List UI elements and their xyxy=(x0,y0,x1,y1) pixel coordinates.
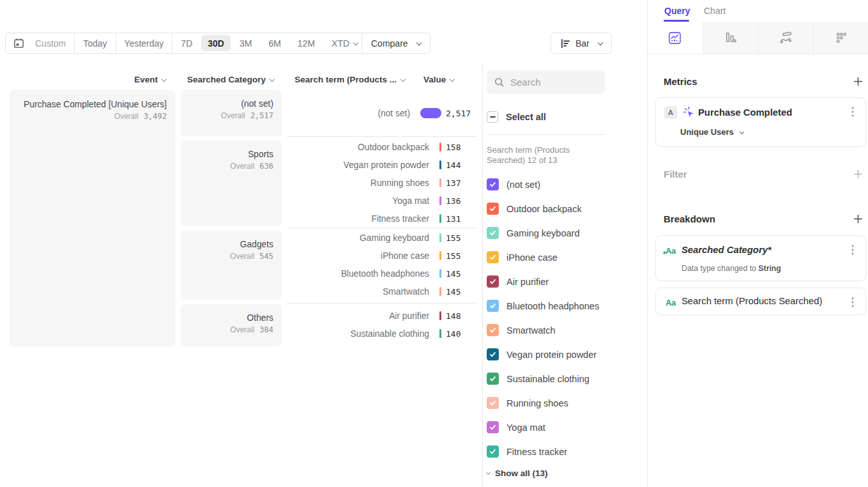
retention-icon xyxy=(835,31,848,45)
term-value: 155 xyxy=(446,233,479,243)
date-range-30d[interactable]: 30D xyxy=(201,35,231,51)
date-range-yesterday[interactable]: Yesterday xyxy=(116,33,172,53)
term-row-fitness-tracker[interactable]: Fitness tracker131 xyxy=(287,210,479,228)
add-metric-button[interactable] xyxy=(851,74,865,88)
term-row-iphone-case[interactable]: iPhone case155 xyxy=(287,247,479,265)
kebab-menu-icon[interactable] xyxy=(848,297,858,308)
metric-letter-badge: A xyxy=(664,106,677,119)
legend-item-gaming-keyboard[interactable]: Gaming keyboard xyxy=(487,227,579,239)
term-row-yoga-mat[interactable]: Yoga mat136 xyxy=(287,192,479,210)
select-all-checkbox[interactable]: Select all xyxy=(487,111,546,123)
category-overall: Overall384 xyxy=(189,325,273,334)
breakdown-card-searched-category[interactable]: Aa* Searched Category* Data type changed… xyxy=(655,235,866,281)
legend-item-running-shoes[interactable]: Running shoes xyxy=(487,397,568,409)
date-range-3m[interactable]: 3M xyxy=(231,33,260,53)
measure-selector[interactable]: Unique Users xyxy=(680,127,743,137)
date-range-selector[interactable]: CustomTodayYesterday7D30D3M6M12MXTD xyxy=(5,33,367,54)
date-range-12m[interactable]: 12M xyxy=(289,33,323,53)
checkbox-checked-icon[interactable] xyxy=(487,275,499,288)
category-cell-others[interactable]: Others Overall384 xyxy=(181,304,282,346)
column-header-searched-category[interactable]: Searched Category xyxy=(181,75,274,84)
term-row--not-set-[interactable]: (not set)2,517 xyxy=(287,90,479,136)
legend-item-iphone-case[interactable]: iPhone case xyxy=(487,251,558,263)
query-panel: Query Chart xyxy=(647,0,868,487)
term-row-bluetooth-headphones[interactable]: Bluetooth headphones145 xyxy=(287,265,479,282)
kebab-menu-icon[interactable] xyxy=(848,106,858,118)
checkbox-checked-icon[interactable] xyxy=(487,300,499,312)
term-label: Sustainable clothing xyxy=(308,329,429,339)
date-range-7d[interactable]: 7D xyxy=(172,33,201,53)
view-tab-insights[interactable] xyxy=(648,22,703,54)
term-row-vegan-protein-powder[interactable]: Vegan protein powder144 xyxy=(287,156,479,174)
event-overall: Overall3,492 xyxy=(18,112,167,121)
date-range-today[interactable]: Today xyxy=(74,33,115,53)
add-filter-button[interactable] xyxy=(851,167,865,181)
legend-item-yoga-mat[interactable]: Yoga mat xyxy=(487,421,545,433)
term-row-outdoor-backpack[interactable]: Outdoor backpack158 xyxy=(287,138,479,156)
metric-card[interactable]: A Purchase Completed Unique Users xyxy=(655,97,866,147)
date-range-6m[interactable]: 6M xyxy=(260,33,289,53)
legend-item-fitness-tracker[interactable]: Fitness tracker xyxy=(487,445,567,458)
legend-divider-line xyxy=(487,134,605,135)
checkbox-checked-icon[interactable] xyxy=(487,178,499,190)
legend-item-smartwatch[interactable]: Smartwatch xyxy=(487,324,556,336)
category-cell-sports[interactable]: Sports Overall636 xyxy=(181,141,282,226)
legend-item-label: iPhone case xyxy=(506,252,558,263)
value-bar xyxy=(439,196,441,205)
legend-item-sustainable-clothing[interactable]: Sustainable clothing xyxy=(487,373,590,385)
term-label: Air purifier xyxy=(308,311,429,321)
checkbox-checked-icon[interactable] xyxy=(487,251,499,263)
indeterminate-checkbox-icon[interactable] xyxy=(487,111,498,123)
legend-item-bluetooth-headphones[interactable]: Bluetooth headphones xyxy=(487,300,599,312)
add-breakdown-button[interactable] xyxy=(851,212,865,226)
category-name: Sports xyxy=(189,148,273,160)
legend-item-air-purifier[interactable]: Air purifier xyxy=(487,275,549,288)
checkbox-checked-icon[interactable] xyxy=(487,373,499,385)
checkbox-checked-icon[interactable] xyxy=(487,348,499,360)
column-header-value[interactable]: Value xyxy=(423,75,475,84)
kebab-menu-icon[interactable] xyxy=(848,244,858,256)
checkbox-checked-icon[interactable] xyxy=(487,203,499,215)
checkbox-checked-icon[interactable] xyxy=(487,421,499,433)
term-row-gaming-keyboard[interactable]: Gaming keyboard155 xyxy=(287,229,479,247)
search-input[interactable] xyxy=(510,77,587,88)
chevron-down-icon xyxy=(486,470,491,474)
view-tab-flows[interactable] xyxy=(759,22,814,54)
show-all-button[interactable]: Show all (13) xyxy=(487,468,548,478)
checkbox-checked-icon[interactable] xyxy=(487,324,499,336)
term-row-smartwatch[interactable]: Smartwatch145 xyxy=(287,282,479,300)
checkbox-checked-icon[interactable] xyxy=(487,227,499,239)
category-cell-gadgets[interactable]: Gadgets Overall545 xyxy=(181,231,282,300)
legend-item-outdoor-backpack[interactable]: Outdoor backpack xyxy=(487,203,582,215)
view-tab-funnels[interactable] xyxy=(703,22,759,54)
view-tab-retention[interactable] xyxy=(814,22,868,54)
checkbox-checked-icon[interactable] xyxy=(487,445,499,458)
value-bar xyxy=(439,178,441,187)
legend-item--not-set-[interactable]: (not set) xyxy=(487,178,540,190)
chart-type-select[interactable]: Bar xyxy=(551,33,612,54)
calendar-icon[interactable] xyxy=(6,33,27,53)
legend-item-label: Smartwatch xyxy=(506,325,556,336)
term-group: Outdoor backpack158Vegan protein powder1… xyxy=(287,138,479,228)
checkbox-checked-icon[interactable] xyxy=(487,397,499,409)
legend-item-vegan-protein-powder[interactable]: Vegan protein powder xyxy=(487,348,597,360)
tab-chart[interactable]: Chart xyxy=(704,6,726,16)
category-cell--not-set-[interactable]: (not set) Overall2,517 xyxy=(181,90,282,136)
value-bar xyxy=(439,287,441,296)
column-header-event[interactable]: Event xyxy=(10,75,166,84)
tab-query[interactable]: Query xyxy=(664,6,690,16)
event-cell[interactable]: Purchase Completed [Unique Users] Overal… xyxy=(10,90,175,346)
chevron-down-icon xyxy=(400,77,406,82)
column-header-search-term[interactable]: Search term (Products ... xyxy=(287,75,405,84)
legend-search-box[interactable] xyxy=(487,70,605,94)
term-row-sustainable-clothing[interactable]: Sustainable clothing140 xyxy=(287,325,479,343)
date-range-custom[interactable]: Custom xyxy=(27,33,74,53)
legend-item-label: Bluetooth headphones xyxy=(506,301,599,311)
value-bar xyxy=(439,251,441,260)
term-row-running-shoes[interactable]: Running shoes137 xyxy=(287,174,479,192)
breakdown-card-search-term[interactable]: Aa Search term (Products Searched) xyxy=(655,288,866,315)
term-value: 145 xyxy=(446,287,479,297)
compare-button[interactable]: Compare xyxy=(362,33,430,54)
term-row-air-purifier[interactable]: Air purifier148 xyxy=(287,307,479,325)
date-range-xtd[interactable]: XTD xyxy=(323,33,366,53)
